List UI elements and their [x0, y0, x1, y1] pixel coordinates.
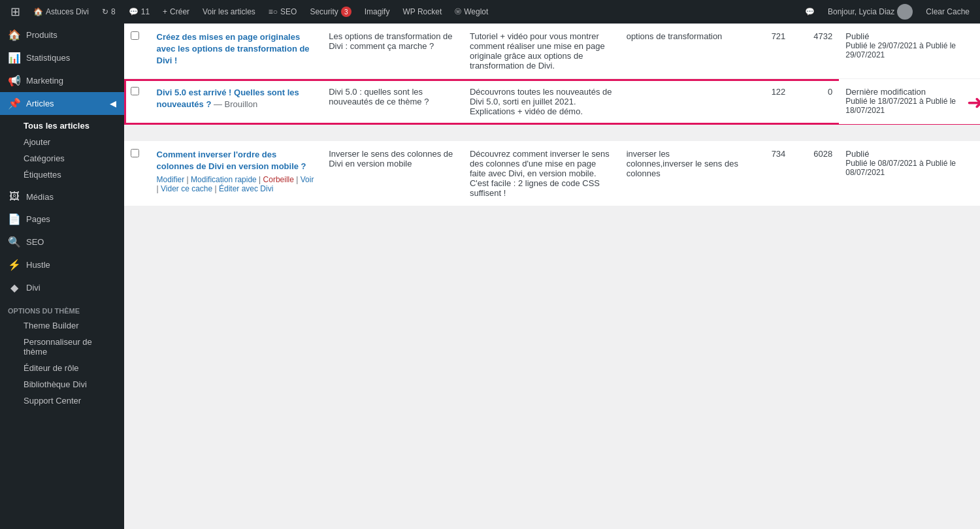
articles-submenu: Tous les articles Ajouter Catégories Éti…	[0, 115, 124, 185]
row3-links-cell: 6028	[792, 141, 839, 206]
clear-cache-item[interactable]: 💬	[800, 0, 820, 24]
layout: 🏠 Produits 📊 Statistiques 📢 Marketing 📌 …	[0, 24, 980, 529]
sidebar-label-seo: SEO	[26, 237, 44, 247]
wp-rocket-item[interactable]: WP Rocket	[397, 0, 447, 24]
sidebar-item-statistiques[interactable]: 📊 Statistiques	[0, 46, 124, 69]
row3-date-cell: Publié Publié le 08/07/2021 à Publié le …	[839, 141, 980, 206]
sidebar-item-seo[interactable]: 🔍 SEO	[0, 231, 124, 253]
row3-excerpt: Inverser le sens des colonnes de Divi en…	[329, 149, 453, 168]
row3-corbeille-link[interactable]: Corbeille	[263, 175, 294, 184]
sidebar-item-hustle[interactable]: ⚡ Hustle	[0, 253, 124, 276]
wp-rocket-label: WP Rocket	[402, 7, 442, 16]
row3-divi-link[interactable]: Éditer avec Divi	[219, 184, 273, 193]
personnaliseur-item[interactable]: Personnaliseur de thème	[0, 334, 124, 360]
bibliotheque-item[interactable]: Bibliothèque Divi	[0, 376, 124, 393]
row2-title-link[interactable]: Divi 5.0 est arrivé ! Quelles sont les n…	[157, 88, 299, 109]
sidebar-item-pages[interactable]: 📄 Pages	[0, 208, 124, 231]
comment-icon: 💬	[129, 7, 139, 16]
weglot-item[interactable]: ⓦ Weglot	[449, 0, 493, 24]
avatar-icon	[897, 4, 913, 20]
row2-excerpt: Divi 5.0 : quelles sont les nouveautés d…	[329, 87, 429, 106]
row3-checkbox[interactable]	[131, 149, 139, 157]
wp-logo-icon: ⊞	[10, 5, 20, 19]
site-name-item[interactable]: 🏠 Astuces Divi	[28, 0, 94, 24]
sidebar-label-marketing: Marketing	[26, 76, 63, 86]
sidebar-item-divi[interactable]: ◆ Divi	[0, 276, 124, 299]
seo-icon: ≡○	[269, 7, 278, 16]
sidebar-label-medias: Médias	[26, 192, 54, 202]
articles-icon: 📌	[8, 97, 21, 110]
row2-words: 122	[772, 87, 786, 97]
row1-checkbox[interactable]	[131, 31, 139, 40]
submenu-etiquettes[interactable]: Étiquettes	[0, 167, 124, 183]
submenu-categories[interactable]: Catégories	[0, 150, 124, 167]
row1-tags-cell: options de transformation	[620, 24, 745, 79]
home-icon: 🏠	[33, 7, 43, 16]
row2-checkbox[interactable]	[131, 87, 139, 95]
row1-checkbox-cell	[124, 24, 150, 79]
create-label: Créer	[170, 7, 189, 16]
sidebar-item-articles[interactable]: 📌 Articles ◀	[0, 92, 124, 115]
row1-title-link[interactable]: Créez des mises en page originales avec …	[157, 32, 310, 65]
row1-tags: options de transformation	[627, 31, 723, 41]
arrow-right-icon: ➜	[967, 90, 980, 113]
row1-desc-cell: Tutoriel + vidéo pour vous montrer comme…	[463, 24, 620, 79]
support-item[interactable]: Support Center	[0, 393, 124, 409]
table-row: Comment inverser l'ordre des colonnes de…	[124, 141, 980, 206]
submenu-tous[interactable]: Tous les articles	[0, 118, 124, 134]
row3-voir-link[interactable]: Voir	[301, 175, 314, 184]
sidebar: 🏠 Produits 📊 Statistiques 📢 Marketing 📌 …	[0, 24, 124, 529]
options-theme-title: Options du thème	[0, 299, 124, 317]
articles-arrow-icon: ◀	[110, 99, 116, 108]
sidebar-item-produits[interactable]: 🏠 Produits	[0, 24, 124, 46]
theme-builder-item[interactable]: Theme Builder	[0, 317, 124, 334]
row1-excerpt-cell: Les options de transformation de Divi : …	[322, 24, 463, 79]
seo-side-icon: 🔍	[8, 236, 21, 248]
row3-tags: inverser les colonnes,inverser le sens d…	[627, 149, 738, 178]
clear-cache-button[interactable]: Clear Cache	[921, 0, 975, 24]
row1-links-cell: 4732	[792, 24, 839, 79]
weglot-label: Weglot	[464, 7, 488, 16]
row2-title-cell: Divi 5.0 est arrivé ! Quelles sont les n…	[150, 79, 323, 125]
editeur-role-item[interactable]: Éditeur de rôle	[0, 360, 124, 376]
security-item[interactable]: Security 3	[304, 0, 356, 24]
seo-item[interactable]: ≡○ SEO	[263, 0, 302, 24]
sidebar-item-medias[interactable]: 🖼 Médias	[0, 185, 124, 208]
weglot-icon: ⓦ	[455, 7, 461, 16]
row3-modifier-link[interactable]: Modifier	[157, 175, 185, 184]
sidebar-item-marketing[interactable]: 📢 Marketing	[0, 69, 124, 92]
imagify-label: Imagify	[365, 7, 390, 16]
sidebar-label-articles: Articles	[26, 99, 54, 108]
updates-item[interactable]: ↻ 8	[97, 0, 121, 24]
row3-cache-link[interactable]: Vider ce cache	[161, 184, 212, 193]
imagify-item[interactable]: Imagify	[359, 0, 395, 24]
medias-icon: 🖼	[8, 191, 21, 202]
row1-status: Publié	[845, 31, 973, 41]
create-item[interactable]: + Créer	[157, 0, 195, 24]
row1-excerpt: Les options de transformation de Divi : …	[329, 31, 452, 51]
row3-title-link[interactable]: Comment inverser l'ordre des colonnes de…	[157, 150, 306, 171]
wp-logo-item[interactable]: ⊞	[5, 0, 25, 24]
sidebar-label-hustle: Hustle	[26, 260, 50, 270]
main-content: Créez des mises en page originales avec …	[124, 24, 980, 529]
top-bar-right: 💬 Bonjour, Lycia Diaz Clear Cache	[800, 0, 975, 24]
marketing-icon: 📢	[8, 74, 21, 87]
view-posts-item[interactable]: Voir les articles	[197, 0, 261, 24]
row3-modification-rapide-link[interactable]: Modification rapide	[191, 175, 257, 184]
comments-item[interactable]: 💬 11	[123, 0, 155, 24]
row3-status: Publié	[845, 149, 973, 159]
row1-words-cell: 721	[745, 24, 792, 79]
submenu-ajouter[interactable]: Ajouter	[0, 134, 124, 150]
table-row-highlighted: Divi 5.0 est arrivé ! Quelles sont les n…	[124, 79, 980, 125]
row3-checkbox-cell	[124, 141, 150, 206]
row2-status: Dernière modification	[845, 87, 973, 97]
table-row: Créez des mises en page originales avec …	[124, 24, 980, 79]
plus-icon: +	[163, 7, 167, 16]
top-bar: ⊞ 🏠 Astuces Divi ↻ 8 💬 11 + Créer Voir l…	[0, 0, 980, 24]
clear-cache-label: Clear Cache	[926, 7, 970, 16]
row2-links: 0	[828, 87, 832, 97]
user-item[interactable]: Bonjour, Lycia Diaz	[823, 0, 918, 24]
updates-count: 8	[111, 7, 116, 16]
row3-tags-cell: inverser les colonnes,inverser le sens d…	[620, 141, 745, 206]
row3-title-cell: Comment inverser l'ordre des colonnes de…	[150, 141, 323, 206]
